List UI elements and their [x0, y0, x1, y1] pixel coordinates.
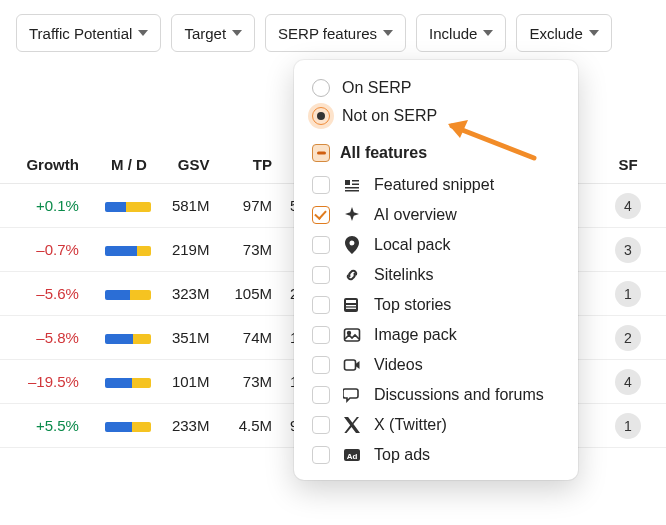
- all-features-header[interactable]: All features: [294, 130, 578, 170]
- feature-option-top-ads[interactable]: AdTop ads: [294, 440, 578, 470]
- sf-badge[interactable]: 1: [615, 413, 641, 439]
- md-bar-icon: [105, 246, 151, 256]
- cell-growth: –19.5%: [0, 360, 93, 404]
- cell-sf: 3: [606, 228, 666, 272]
- cell-tp: 97M: [223, 184, 286, 228]
- filter-label: Traffic Potential: [29, 25, 132, 42]
- checkbox-icon: [312, 326, 330, 344]
- feature-label: Discussions and forums: [374, 386, 544, 404]
- cell-tp: 73M: [223, 228, 286, 272]
- feature-label: Videos: [374, 356, 423, 374]
- cell-sf: 1: [606, 272, 666, 316]
- cell-md: [93, 228, 161, 272]
- chevron-down-icon: [138, 30, 148, 36]
- feature-option-x-twitter[interactable]: X (Twitter): [294, 410, 578, 440]
- feature-option-image-pack[interactable]: Image pack: [294, 320, 578, 350]
- cell-md: [93, 404, 161, 448]
- svg-rect-4: [345, 329, 360, 341]
- cell-tp: 73M: [223, 360, 286, 404]
- cell-tp: 74M: [223, 316, 286, 360]
- col-growth[interactable]: Growth: [0, 146, 93, 184]
- radio-not-on-serp[interactable]: Not on SERP: [294, 102, 578, 130]
- sf-badge[interactable]: 4: [615, 369, 641, 395]
- radio-icon: [312, 107, 330, 125]
- filter-exclude[interactable]: Exclude: [516, 14, 611, 52]
- filter-traffic-potential[interactable]: Traffic Potential: [16, 14, 161, 52]
- feature-label: Local pack: [374, 236, 451, 254]
- cell-growth: +0.1%: [0, 184, 93, 228]
- col-gsv[interactable]: GSV: [161, 146, 224, 184]
- x-twitter-icon: [342, 417, 362, 433]
- sf-badge[interactable]: 2: [615, 325, 641, 351]
- featured-snippet-icon: [342, 176, 362, 194]
- feature-label: Sitelinks: [374, 266, 434, 284]
- cell-gsv: 233M: [161, 404, 224, 448]
- svg-rect-6: [345, 360, 356, 370]
- chevron-down-icon: [383, 30, 393, 36]
- chevron-down-icon: [589, 30, 599, 36]
- cell-growth: +5.5%: [0, 404, 93, 448]
- cell-md: [93, 272, 161, 316]
- md-bar-icon: [105, 290, 151, 300]
- ai-overview-icon: [342, 206, 362, 224]
- md-bar-icon: [105, 378, 151, 388]
- md-bar-icon: [105, 334, 151, 344]
- sf-badge[interactable]: 3: [615, 237, 641, 263]
- checkbox-icon: [312, 416, 330, 434]
- feature-option-local-pack[interactable]: Local pack: [294, 230, 578, 260]
- sitelinks-icon: [342, 266, 362, 284]
- local-pack-icon: [342, 236, 362, 254]
- cell-gsv: 101M: [161, 360, 224, 404]
- radio-label: On SERP: [342, 79, 411, 97]
- sf-badge[interactable]: 1: [615, 281, 641, 307]
- cell-growth: –5.8%: [0, 316, 93, 360]
- radio-label: Not on SERP: [342, 107, 437, 125]
- cell-md: [93, 184, 161, 228]
- sf-badge[interactable]: 4: [615, 193, 641, 219]
- discussions-icon: [342, 386, 362, 404]
- cell-sf: 2: [606, 316, 666, 360]
- cell-md: [93, 316, 161, 360]
- col-tp[interactable]: TP: [223, 146, 286, 184]
- radio-icon: [312, 79, 330, 97]
- checkbox-icon: [312, 206, 330, 224]
- cell-gsv: 351M: [161, 316, 224, 360]
- filter-label: Exclude: [529, 25, 582, 42]
- serp-features-dropdown: On SERP Not on SERP All features Feature…: [294, 60, 578, 480]
- videos-icon: [342, 356, 362, 374]
- feature-option-discussions[interactable]: Discussions and forums: [294, 380, 578, 410]
- radio-on-serp[interactable]: On SERP: [294, 74, 578, 102]
- feature-option-ai-overview[interactable]: AI overview: [294, 200, 578, 230]
- svg-text:Ad: Ad: [347, 452, 358, 461]
- feature-option-videos[interactable]: Videos: [294, 350, 578, 380]
- indeterminate-checkbox-icon: [312, 144, 330, 162]
- feature-label: Featured snippet: [374, 176, 494, 194]
- filter-target[interactable]: Target: [171, 14, 255, 52]
- checkbox-icon: [312, 446, 330, 464]
- feature-option-featured-snippet[interactable]: Featured snippet: [294, 170, 578, 200]
- svg-rect-3: [346, 308, 356, 309]
- filter-label: Target: [184, 25, 226, 42]
- feature-option-sitelinks[interactable]: Sitelinks: [294, 260, 578, 290]
- col-sf[interactable]: SF: [606, 146, 666, 184]
- feature-label: AI overview: [374, 206, 457, 224]
- image-pack-icon: [342, 326, 362, 344]
- svg-rect-1: [346, 300, 356, 303]
- chevron-down-icon: [483, 30, 493, 36]
- filter-include[interactable]: Include: [416, 14, 506, 52]
- feature-option-top-stories[interactable]: Top stories: [294, 290, 578, 320]
- chevron-down-icon: [232, 30, 242, 36]
- cell-md: [93, 360, 161, 404]
- filter-label: SERP features: [278, 25, 377, 42]
- filter-serp-features[interactable]: SERP features: [265, 14, 406, 52]
- feature-label: Top ads: [374, 446, 430, 464]
- cell-sf: 4: [606, 360, 666, 404]
- checkbox-icon: [312, 236, 330, 254]
- cell-tp: 4.5M: [223, 404, 286, 448]
- col-md[interactable]: M / D: [93, 146, 161, 184]
- checkbox-icon: [312, 266, 330, 284]
- filter-label: Include: [429, 25, 477, 42]
- cell-sf: 4: [606, 184, 666, 228]
- md-bar-icon: [105, 202, 151, 212]
- cell-growth: –0.7%: [0, 228, 93, 272]
